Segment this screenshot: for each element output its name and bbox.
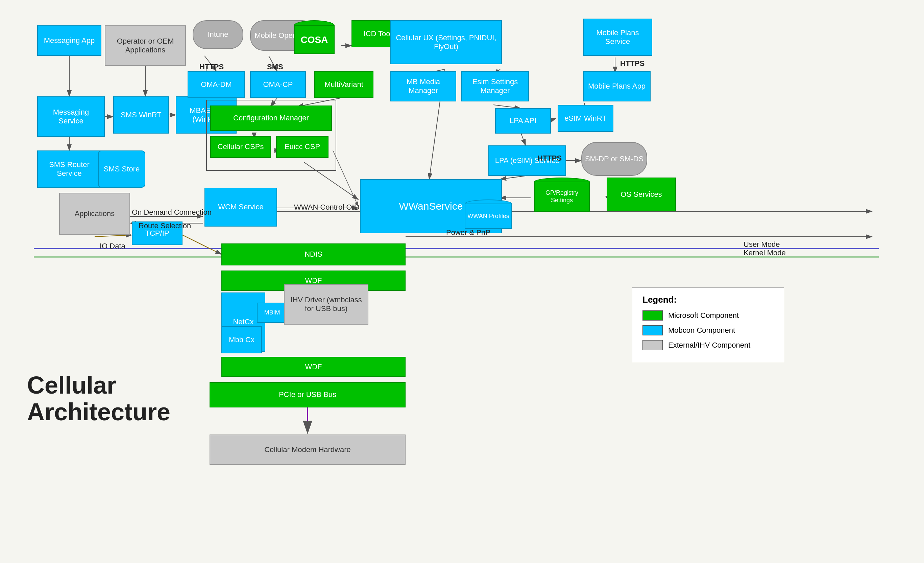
pcie-usb-node: PCIe or USB Bus [210, 382, 405, 407]
svg-line-41 [183, 235, 221, 254]
wcm-service-node: WCM Service [204, 188, 277, 227]
os-services-node: OS Services [607, 177, 676, 211]
esim-winrt-node: eSIM WinRT [558, 105, 614, 132]
kernel-mode-label: Kernel Mode [744, 249, 786, 257]
io-data-label: IO Data [100, 242, 125, 251]
svg-line-25 [521, 134, 525, 146]
operator-oem-node: Operator or OEM Applications [105, 26, 186, 66]
https-label-2: HTTPS [620, 59, 645, 68]
legend-ext-ihv-component: External/IHV Component [642, 340, 774, 350]
diagram-container: Messaging App Messaging Service SMS WinR… [0, 0, 924, 563]
gp-registry-node: GP/Registry Settings [532, 177, 591, 220]
cellular-ux-node: Cellular UX (Settings, PNIDUI, FlyOut) [390, 20, 502, 64]
svg-line-32 [500, 176, 525, 179]
ihv-driver-node: IHV Driver (wmbclass for USB bus) [284, 284, 368, 324]
mb-media-manager-node: MB Media Manager [390, 71, 456, 101]
cosa-node: COSA [291, 20, 338, 61]
sms-router-node: SMS Router Service [37, 150, 101, 188]
mbb-cx-node: Mbb Cx [221, 326, 262, 353]
applications-node: Applications [59, 193, 130, 235]
sms-winrt-node: SMS WinRT [113, 96, 169, 134]
intune-node: Intune [193, 20, 243, 49]
ndis-node: NDIS [221, 243, 405, 266]
modem-hw-node: Cellular Modem Hardware [210, 434, 405, 465]
sms-store-node: SMS Store [98, 150, 146, 188]
wdf2-node: WDF [221, 357, 405, 377]
config-manager-container: Configuration Manager Cellular CSPs Euic… [206, 100, 336, 171]
mbim-node: MBIM [257, 303, 287, 323]
on-demand-label: On Demand Connection [132, 208, 212, 217]
config-manager-node: Configuration Manager [210, 105, 332, 131]
mobile-plans-app-node: Mobile Plans App [583, 71, 651, 101]
route-selection-label: Route Selection [139, 221, 191, 230]
https-label-3: HTTPS [537, 154, 562, 163]
messaging-service-node: Messaging Service [37, 96, 105, 137]
legend-box: Legend: Microsoft Component Mobcon Compo… [632, 287, 784, 362]
mobile-plans-service-node: Mobile Plans Service [583, 19, 652, 56]
euicc-csp-node: Euicc CSP [276, 136, 328, 158]
multivariant-node: MultiVariant [314, 71, 374, 98]
svg-line-45 [333, 150, 358, 206]
legend-ext-color [642, 340, 663, 350]
sms-label: SMS [267, 63, 283, 71]
legend-mobcon-color [642, 325, 663, 335]
oma-cp-node: OMA-CP [250, 71, 306, 98]
smdp-smds-node: SM-DP or SM-DS [581, 142, 647, 176]
power-pnp-label: Power & PnP [446, 228, 490, 237]
wwan-control-label: WWAN Control OID [294, 203, 360, 212]
cellular-csps-node: Cellular CSPs [210, 136, 271, 158]
lpa-api-node: LPA API [495, 108, 551, 134]
https-label-1: HTTPS [200, 63, 224, 71]
oma-dm-node: OMA-DM [188, 71, 245, 98]
svg-line-40 [94, 235, 132, 237]
page-title: CellularArchitecture [27, 372, 170, 425]
legend-ms-component: Microsoft Component [642, 311, 774, 321]
legend-ms-color [642, 311, 663, 321]
svg-line-24 [494, 105, 520, 108]
messaging-app-node: Messaging App [37, 26, 101, 56]
esim-settings-node: Esim Settings Manager [461, 71, 529, 101]
legend-mobcon-component: Mobcon Component [642, 325, 774, 335]
user-mode-label: User Mode [744, 240, 780, 249]
legend-title: Legend: [642, 294, 774, 305]
